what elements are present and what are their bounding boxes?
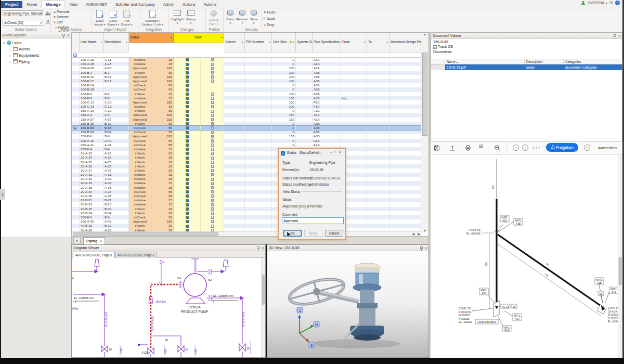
cell-3d-object[interactable]: [174, 160, 201, 164]
tab-schuller-and-company[interactable]: Schuller and Company: [111, 1, 159, 8]
grid-row[interactable]: 20-B-30B-30inWork30: [72, 207, 422, 211]
cell-diagram[interactable]: [201, 139, 224, 143]
col-to[interactable]: To▾: [367, 33, 389, 53]
close-icon[interactable]: ✕: [425, 246, 427, 250]
col-from[interactable]: From▾: [341, 33, 367, 53]
grid-row[interactable]: 100-B-1B-1inWork30100A3B: [72, 71, 422, 75]
grid-row[interactable]: 150-A-3A-3Approved100150A1A: [72, 113, 422, 117]
cell-3d-object[interactable]: [174, 71, 201, 75]
grid-row[interactable]: 100-C-12C-12Approved100100F1C: [72, 100, 422, 105]
col-max-design-pressure[interactable]: Maximum Design Pressu: [389, 33, 422, 53]
cell-diagram[interactable]: [201, 92, 224, 96]
col-group-view[interactable]: View▾: [174, 33, 224, 43]
page-up-icon[interactable]: ↑: [513, 145, 519, 151]
cell-3d-object[interactable]: [174, 173, 201, 177]
cell-diagram[interactable]: [201, 224, 224, 228]
comment-input[interactable]: [282, 217, 344, 224]
flush-button[interactable]: ⚑ Flush: [263, 9, 275, 16]
cell-diagram[interactable]: [201, 151, 224, 155]
col-service[interactable]: Service▾: [224, 33, 245, 53]
grid-row[interactable]: 20-A-22A-22inWork30: [72, 151, 422, 155]
pin-icon[interactable]: [420, 246, 423, 249]
grid-row[interactable]: 100-A-20A-20Approved100100A1A: [72, 66, 422, 70]
grid-row[interactable]: 20-A-25A-25inWork30: [72, 160, 422, 164]
tab-aveva-net[interactable]: AVEVA NET: [82, 1, 112, 8]
cell-diagram[interactable]: [201, 168, 224, 173]
cell-diagram[interactable]: [201, 105, 224, 109]
grid-row[interactable]: 100-A-18A-18initialise150A1A: [72, 62, 422, 66]
compare-update-link-button[interactable]: =? Compare /Update / Link ▾: [141, 9, 164, 27]
grid-row[interactable]: 20-A-38A-38inCheck65: [72, 194, 422, 198]
grid-row[interactable]: 100-B-17B-17Approved100100A3B: [72, 79, 422, 83]
cell-3d-object[interactable]: [174, 190, 201, 194]
tree-item-equipments[interactable]: ▹Equipments: [3, 53, 71, 59]
tab-actions[interactable]: Actions: [200, 1, 221, 8]
pin-icon[interactable]: [257, 246, 259, 249]
print-icon[interactable]: [465, 145, 471, 151]
grid-row[interactable]: 150-A-19A-19inWork300F1C: [72, 109, 422, 113]
tree-item-piping[interactable]: ▹Piping: [3, 59, 71, 65]
tab-manage[interactable]: Manage: [41, 1, 65, 8]
share-button[interactable]: Freigeben: [546, 143, 578, 152]
cell-3d-object[interactable]: [174, 113, 201, 117]
page-indicator[interactable]: 1 / 1: [532, 146, 540, 150]
col-system-id[interactable]: System ID▾: [296, 33, 313, 53]
cell-3d-object[interactable]: [174, 96, 201, 100]
cell-diagram[interactable]: [201, 58, 224, 62]
grid-row[interactable]: 150-B-6B-6Approved100150A3B: [72, 134, 422, 138]
cell-3d-object[interactable]: [174, 105, 201, 109]
email-icon[interactable]: ✉: [479, 144, 483, 149]
pid-diagram-canvas[interactable]: 2 EL. 100845 mm EL. 100845 mm (dby) V129…: [72, 258, 261, 357]
status-value-dropdown[interactable]: /inCheck [65]▼: [3, 20, 43, 25]
cell-diagram[interactable]: [201, 79, 224, 83]
grid-row[interactable]: 250-B-5B-5inCheck65: [72, 215, 422, 219]
tab-actions[interactable]: Actions: [178, 1, 200, 8]
excel-import-button[interactable]: ⇲ExcelImport ▾: [93, 9, 107, 27]
cell-3d-object[interactable]: [174, 202, 201, 206]
cell-3d-object[interactable]: [174, 224, 201, 228]
close-icon[interactable]: ✕: [262, 246, 264, 250]
doc-col-categories[interactable]: Categories: [564, 59, 623, 64]
cell-diagram[interactable]: [201, 211, 224, 215]
grid-row[interactable]: 100-B-8B-8initialise15100A3Bkhj: [72, 96, 422, 100]
cell-3d-object[interactable]: [174, 151, 201, 155]
tree-root-grids[interactable]: ▾Grids: [3, 40, 71, 46]
grid-row[interactable]: 150-B-59B-59inCheck650A3B: [72, 130, 422, 134]
grid-row[interactable]: 100-B-16B-16Approved100100A3B: [72, 75, 422, 79]
cell-3d-object[interactable]: [174, 134, 201, 138]
cell-diagram[interactable]: [201, 118, 224, 122]
grid-row[interactable]: 100-B-2B-2inWork30100A3B: [72, 92, 422, 96]
grid-row[interactable]: 20-B-23B-23initialise15: [72, 202, 422, 206]
cell-3d-object[interactable]: [174, 194, 201, 198]
cell-diagram[interactable]: [201, 147, 224, 151]
filter-person-icon[interactable]: [45, 20, 50, 25]
grid-row[interactable]: 20-A-37A-37inCheck65: [72, 190, 422, 194]
tab-piping[interactable]: Piping✕: [83, 237, 105, 244]
cell-diagram[interactable]: [201, 202, 224, 206]
status-definition-dropdown[interactable]: Engineering Pipe: StatusD▼: [3, 10, 43, 16]
cancel-button[interactable]: Cancel: [325, 230, 343, 237]
doc-col-description[interactable]: Description: [525, 59, 564, 64]
aveva-net-publish-button[interactable]: AVEVANET ▾: [207, 9, 220, 27]
cell-3d-object[interactable]: [174, 177, 201, 181]
grid-row[interactable]: 100-B-1BinCheck650A3B: [72, 87, 422, 92]
cell-diagram[interactable]: [201, 198, 224, 202]
grid-row[interactable]: 150-B-39B-39inWork300A3B: [72, 122, 422, 126]
cell-diagram[interactable]: [201, 190, 224, 194]
sign-in-link[interactable]: Anmelden: [598, 146, 617, 150]
cell-diagram[interactable]: [201, 134, 224, 138]
edit-button[interactable]: ✎Edit: [53, 20, 70, 25]
cell-3d-object[interactable]: [174, 143, 201, 147]
history-changes-button[interactable]: History▾: [185, 9, 197, 27]
cell-diagram[interactable]: [201, 96, 224, 100]
cell-diagram[interactable]: [201, 177, 224, 181]
hierarchy-icon[interactable]: [45, 10, 50, 16]
col-pipe-spec[interactable]: Pipe Specification▾: [313, 33, 341, 53]
col-description[interactable]: Description▾: [103, 33, 129, 53]
doc-col-name[interactable]: Name ▴: [445, 59, 525, 64]
cell-diagram[interactable]: [201, 83, 224, 87]
cell-diagram[interactable]: [201, 207, 224, 211]
promote-button[interactable]: ▲Promote: [53, 9, 70, 15]
save-icon[interactable]: [434, 145, 440, 151]
col-line-size[interactable]: Line Size...▾: [272, 33, 296, 53]
